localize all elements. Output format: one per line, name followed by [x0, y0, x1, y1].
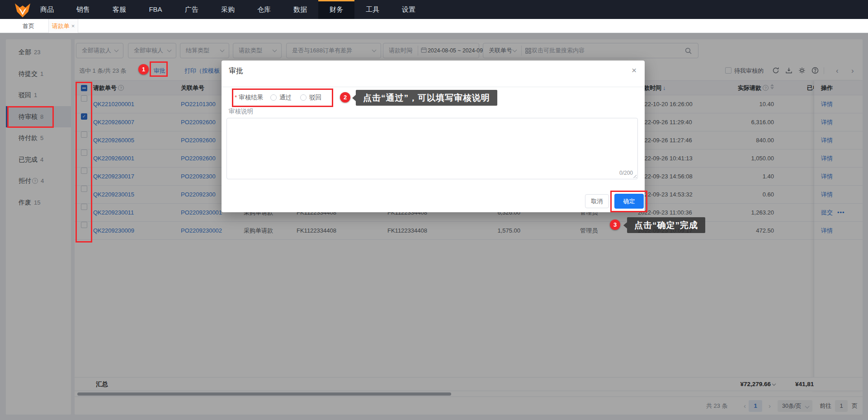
nav-menu-item[interactable]: 财务 — [318, 0, 354, 19]
tooltip-step-3: 点击“确定”完成 — [627, 217, 705, 233]
dialog-title: 审批 — [229, 66, 243, 76]
char-counter: 0/200 — [619, 170, 633, 176]
nav-menu-item[interactable]: 广告 — [174, 0, 210, 19]
nav-menu-item[interactable]: 仓库 — [246, 0, 282, 19]
main-menu: 商品销售客服FBA广告采购仓库数据财务工具设置 — [29, 0, 427, 19]
nav-menu-item[interactable]: 数据 — [282, 0, 318, 19]
close-icon[interactable]: × — [71, 23, 75, 29]
step-badge-1: 1 — [138, 64, 149, 75]
nav-menu-item[interactable]: 设置 — [391, 0, 427, 19]
tab-payment-request[interactable]: 请款单× — [48, 19, 78, 33]
cancel-button[interactable]: 取消 — [585, 194, 609, 208]
nav-menu-item[interactable]: FBA — [137, 0, 174, 19]
annotation-box-approve — [150, 61, 168, 77]
annotation-box-sidebar — [7, 106, 54, 128]
step-badge-2: 2 — [340, 92, 350, 103]
approval-dialog: 审批 × *审核结果 通过 驳回 审核说明 0/200 取消 确定 — [222, 61, 645, 212]
tab-label: 请款单 — [52, 23, 70, 29]
nav-menu-item[interactable]: 客服 — [101, 0, 137, 19]
nav-menu-item[interactable]: 商品 — [29, 0, 65, 19]
annotation-box-confirm — [610, 191, 647, 212]
annotation-box-checkbox-column — [75, 82, 92, 243]
annotation-box-radio-row — [232, 89, 333, 107]
note-label: 审核说明 — [229, 107, 253, 116]
divider — [222, 87, 645, 87]
tab-bar: 首页 请款单× — [0, 19, 868, 33]
tab-home[interactable]: 首页 — [18, 19, 39, 33]
note-textarea[interactable]: 0/200 — [226, 118, 638, 179]
nav-menu-item[interactable]: 销售 — [65, 0, 101, 19]
step-badge-3: 3 — [610, 219, 620, 230]
tooltip-step-2: 点击“通过”，可以填写审核说明 — [356, 90, 497, 106]
close-icon[interactable]: × — [632, 66, 637, 75]
nav-menu-item[interactable]: 工具 — [354, 0, 391, 19]
top-navbar: 商品销售客服FBA广告采购仓库数据财务工具设置 a 亚马逊 7 — [0, 0, 868, 19]
nav-menu-item[interactable]: 采购 — [210, 0, 246, 19]
